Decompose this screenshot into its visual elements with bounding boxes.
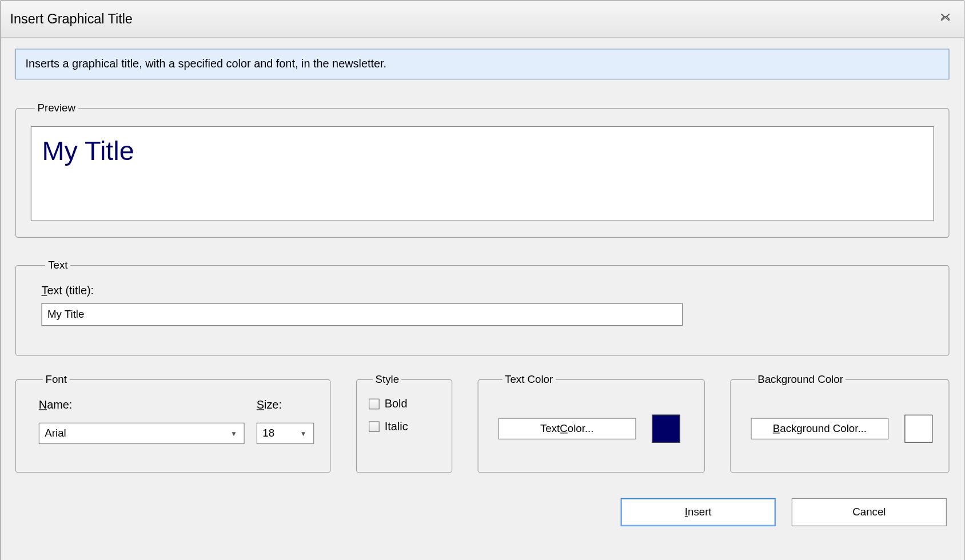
chevron-down-icon: ▼ [229, 423, 238, 443]
title-text-input[interactable] [41, 303, 683, 326]
font-legend: Font [43, 373, 70, 385]
text-color-button[interactable]: Text Color... [498, 418, 636, 439]
text-field-label: Text (title): [41, 285, 923, 298]
bold-checkbox[interactable]: Bold [369, 397, 440, 410]
preview-group: Preview My Title [15, 102, 950, 238]
text-color-group: Text Color Text Color... [477, 373, 705, 473]
cancel-button[interactable]: Cancel [792, 498, 947, 526]
italic-checkbox[interactable]: Italic [369, 420, 440, 433]
text-color-swatch [652, 415, 680, 443]
background-color-group: Background Color Background Color... [730, 373, 949, 473]
font-name-combo[interactable]: Arial ▼ [39, 423, 245, 444]
insert-button[interactable]: Insert [621, 498, 776, 526]
dialog-window: Insert Graphical Title Inserts a graphic… [0, 0, 964, 560]
preview-title-text: My Title [42, 136, 134, 165]
text-legend: Text [45, 259, 70, 271]
titlebar: Insert Graphical Title [1, 1, 964, 38]
checkbox-icon [369, 421, 380, 432]
window-title: Insert Graphical Title [10, 11, 936, 27]
background-color-swatch [904, 415, 932, 443]
text-color-legend: Text Color [502, 373, 556, 385]
font-size-label: Size: [257, 399, 314, 412]
font-group: Font Name: Arial ▼ Size: [15, 373, 330, 473]
background-color-legend: Background Color [755, 373, 846, 385]
font-name-label: Name: [39, 399, 245, 412]
font-size-combo[interactable]: 18 ▼ [257, 423, 314, 444]
chevron-down-icon: ▼ [298, 423, 308, 443]
background-color-button[interactable]: Background Color... [751, 418, 889, 439]
text-group: Text Text (title): [15, 259, 950, 355]
description-bar: Inserts a graphical title, with a specif… [15, 49, 950, 79]
close-icon[interactable] [936, 10, 955, 25]
preview-box: My Title [31, 126, 934, 221]
style-legend: Style [373, 373, 402, 385]
checkbox-icon [369, 399, 380, 410]
preview-legend: Preview [35, 102, 78, 114]
style-group: Style Bold Italic [356, 373, 452, 473]
